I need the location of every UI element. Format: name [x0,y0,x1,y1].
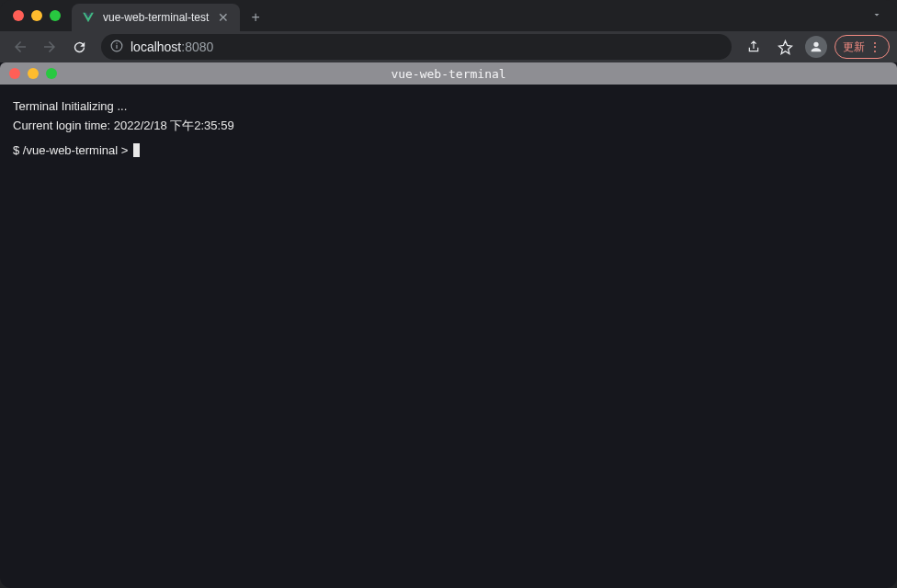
window-minimize-button[interactable] [31,10,42,21]
browser-tab[interactable]: vue-web-terminal-test ✕ [72,4,240,31]
toolbar-right: 更新 ⋮ [741,34,890,60]
url-host: localhost [131,40,181,54]
bookmark-icon[interactable] [772,34,798,60]
terminal-output-line: Terminal Initializing ... [13,97,884,117]
back-button[interactable] [7,34,33,60]
browser-toolbar: localhost:8080 更新 ⋮ [0,31,897,62]
terminal-output-line: Current login time: 2022/2/18 下午2:35:59 [13,117,884,136]
kebab-menu-icon[interactable]: ⋮ [869,40,881,54]
svg-rect-2 [116,42,117,43]
tab-title: vue-web-terminal-test [103,11,209,24]
browser-chrome: vue-web-terminal-test ✕ + localhost:8080 [0,0,897,62]
cursor-icon [133,143,140,157]
terminal-body[interactable]: Terminal Initializing ... Current login … [0,85,897,173]
new-tab-button[interactable]: + [245,9,265,26]
terminal-minimize-button[interactable] [28,68,39,79]
terminal-title: vue-web-terminal [391,67,505,81]
reload-button[interactable] [66,34,92,60]
terminal-maximize-button[interactable] [46,68,57,79]
profile-avatar[interactable] [803,34,829,60]
site-info-icon[interactable] [110,40,123,55]
window-traffic-lights [7,10,66,21]
forward-button[interactable] [37,34,62,60]
update-label: 更新 [843,40,865,55]
window-maximize-button[interactable] [50,10,61,21]
update-button[interactable]: 更新 ⋮ [835,35,890,59]
vue-favicon-icon [81,10,96,25]
url-port: :8080 [181,40,213,54]
prompt-text: $ /vue-web-terminal > [13,141,131,161]
url-text: localhost:8080 [131,40,213,54]
terminal-traffic-lights [9,68,57,79]
terminal-titlebar[interactable]: vue-web-terminal [0,62,897,85]
chevron-down-icon[interactable] [864,5,890,27]
person-icon [805,36,827,58]
window-close-button[interactable] [13,10,24,21]
close-tab-icon[interactable]: ✕ [216,10,231,25]
tab-strip: vue-web-terminal-test ✕ + [0,0,897,31]
share-icon[interactable] [741,34,766,60]
svg-rect-1 [116,44,117,48]
address-bar[interactable]: localhost:8080 [101,34,732,60]
terminal-prompt[interactable]: $ /vue-web-terminal > [13,141,884,161]
terminal-app: vue-web-terminal Terminal Initializing .… [0,62,897,588]
terminal-close-button[interactable] [9,68,20,79]
